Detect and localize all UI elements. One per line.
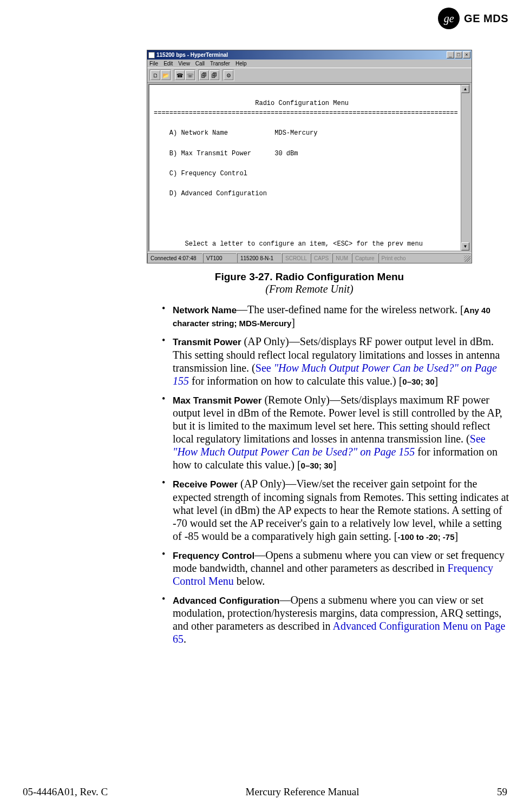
vertical-scrollbar[interactable]: ▲ ▼ (461, 85, 469, 250)
terminal-text: Radio Configuration Menu ===============… (149, 85, 469, 252)
toolbar: 🗋 📂 ☎ ☏ 🗐 🗐 ⚙ (147, 68, 472, 83)
xref-output-power[interactable]: "How Much Output Power Can be Used?" on … (173, 446, 415, 458)
status-printecho: Print echo (378, 253, 471, 263)
param-name: Advanced Configuration (173, 596, 279, 606)
scroll-down-icon[interactable]: ▼ (461, 242, 469, 250)
param-name: Transmit Power (173, 337, 241, 347)
footer-docid: 05-4446A01, Rev. C (23, 786, 108, 798)
statusbar: Connected 4:07:48 VT100 115200 8-N-1 SCR… (147, 253, 472, 263)
caption-title: Figure 3-27. Radio Configuration Menu (147, 271, 472, 283)
window-title: 115200 bps - HyperTerminal (156, 52, 228, 58)
status-emulation: VT100 (203, 253, 237, 263)
status-connection: Connected 4:07:48 (147, 253, 202, 263)
status-port: 115200 8-N-1 (237, 253, 282, 263)
menu-file[interactable]: File (149, 61, 158, 67)
maximize-button[interactable]: □ (455, 51, 462, 58)
status-capture: Capture (352, 253, 378, 263)
bullet-transmit-power: Transmit Power (AP Only)—Sets/displays R… (161, 335, 511, 387)
scroll-up-icon[interactable]: ▲ (461, 85, 469, 93)
page-footer: 05-4446A01, Rev. C Mercury Reference Man… (23, 786, 507, 798)
menu-view[interactable]: View (178, 61, 190, 67)
toolbar-hangup-icon[interactable]: ☏ (185, 70, 195, 80)
status-num: NUM (332, 253, 351, 263)
bullet-advanced-config: Advanced Configuration—Opens a submenu w… (161, 593, 511, 645)
caption-subtitle: (From Remote Unit) (147, 283, 472, 295)
toolbar-new-icon[interactable]: 🗋 (151, 70, 160, 80)
footer-pagenum: 59 (497, 786, 507, 798)
footer-title: Mercury Reference Manual (246, 786, 359, 798)
resize-grip-icon[interactable] (464, 255, 470, 262)
figure-caption: Figure 3-27. Radio Configuration Menu (F… (147, 271, 472, 295)
toolbar-send-icon[interactable]: 🗐 (199, 70, 209, 80)
param-name: Receive Power (173, 479, 238, 490)
bullet-receive-power: Receive Power (AP Only)—View/set the rec… (161, 477, 511, 542)
toolbar-open-icon[interactable]: 📂 (161, 70, 171, 80)
menu-transfer[interactable]: Transfer (210, 61, 230, 67)
menu-edit[interactable]: Edit (163, 61, 173, 67)
toolbar-props-icon[interactable]: ⚙ (224, 70, 233, 80)
status-caps: CAPS (311, 253, 332, 263)
body-text: Network Name—The user-defined name for t… (161, 303, 511, 651)
param-name: Frequency Control (173, 551, 254, 561)
terminal-area[interactable]: Radio Configuration Menu ===============… (148, 84, 470, 252)
titlebar: 115200 bps - HyperTerminal _ □ × (147, 50, 472, 60)
ge-monogram-icon: ge (438, 8, 460, 29)
minimize-button[interactable]: _ (447, 51, 454, 58)
menubar: File Edit View Call Transfer Help (147, 60, 472, 68)
toolbar-call-icon[interactable]: ☎ (175, 70, 185, 80)
close-button[interactable]: × (463, 51, 470, 58)
toolbar-receive-icon[interactable]: 🗐 (210, 70, 219, 80)
status-scroll: SCROLL (282, 253, 310, 263)
hyperterminal-window: 115200 bps - HyperTerminal _ □ × File Ed… (147, 50, 472, 263)
bullet-frequency-control: Frequency Control—Opens a submenu where … (161, 549, 511, 587)
param-name: Network Name (173, 305, 237, 315)
menu-call[interactable]: Call (195, 61, 205, 67)
brand-text: GE MDS (464, 12, 508, 25)
menu-help[interactable]: Help (235, 61, 247, 67)
app-icon (148, 52, 155, 58)
brand-logo: ge GE MDS (438, 8, 508, 29)
bullet-network-name: Network Name—The user-defined name for t… (161, 303, 511, 329)
param-name: Max Transmit Power (173, 395, 261, 406)
bullet-max-transmit-power: Max Transmit Power (Remote Only)—Sets/di… (161, 393, 511, 471)
